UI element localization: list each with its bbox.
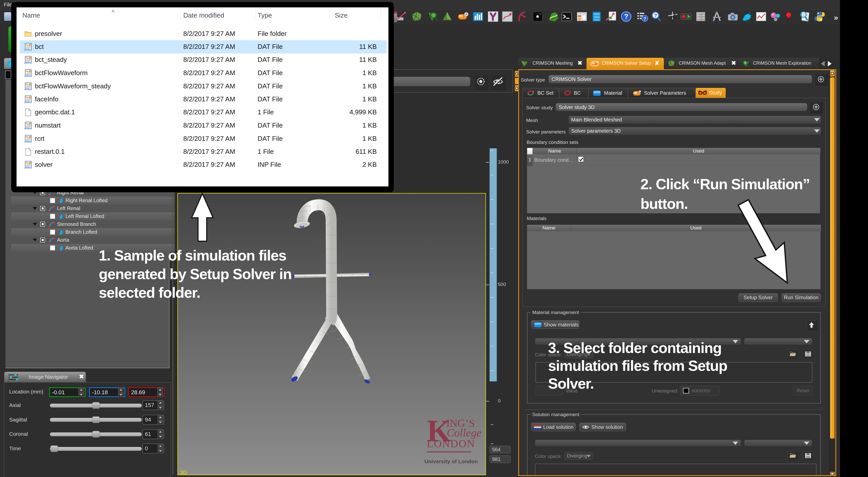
svg-text:?: ? [624,13,628,20]
svg-text:?: ? [654,13,657,18]
svg-text:Logging: Logging [697,13,705,15]
svg-text:?: ? [644,16,646,21]
svg-text:Logging: Logging [697,18,705,20]
svg-text:Logging: Logging [697,15,705,18]
